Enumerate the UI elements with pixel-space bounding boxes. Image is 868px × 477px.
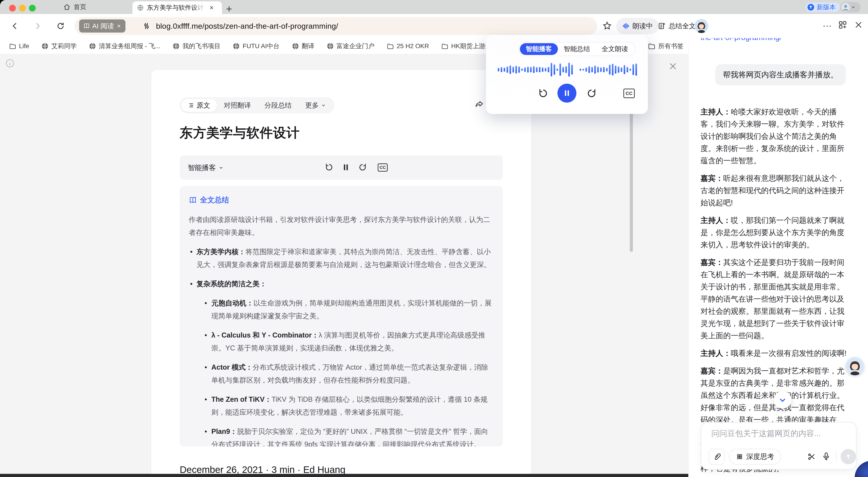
summarize-button[interactable]: 总结全文 [658,18,696,34]
transcript-paragraph: 主持人：哈喽大家好欢迎收听，今天的播客，我们今天来聊一聊。东方美学，对软件设计的… [701,106,851,167]
folder-icon [387,42,394,50]
ai-read-label: AI 阅读 [92,22,114,31]
globe-icon [292,42,299,50]
reading-aloud-pill[interactable]: 朗读中 [616,18,659,34]
scissors-icon[interactable] [807,452,816,461]
summary-subbullet: 元胞自动机：以生命游戏为例，简单规则却能构造通用图灵机，实现计算机能做的一切，展… [189,297,494,322]
tab-active[interactable]: 东方美学与软件设计 | Ra [132,1,222,14]
ai-read-chip[interactable]: AI 阅读 [79,20,125,33]
transcript-paragraph: 主持人：哦看来是一次很有启发性的阅读啊! [701,347,851,359]
bookmark-item[interactable]: Life [9,42,29,50]
url-text[interactable]: blog.0xffff.me/posts/zen-and-the-art-of-… [156,22,338,31]
info-icon[interactable] [5,58,15,68]
forward-button[interactable] [33,22,42,31]
refresh-icon[interactable] [358,162,367,172]
bookmark-item[interactable]: 艾莉同学 [41,42,76,51]
reader-close-icon[interactable] [668,61,678,71]
floating-logo-bubble[interactable] [855,461,868,477]
captions-button[interactable]: CC [623,89,635,98]
summary-subbullet: The Zen of TiKV：TiKV 为 TiDB 存储层核心，以类似细胞分… [189,393,494,419]
summary-subbullet: Plan9：脱胎于贝尔实验室，定位为 “更好的” UNIX，严格贯彻 “一切皆是… [189,425,494,446]
tab-section-summary[interactable]: 分段总结 [258,99,298,112]
bookmark-item[interactable]: 清算业务组周报 - 飞... [89,42,160,51]
bookmark-star-icon[interactable] [602,21,612,31]
scroll-to-bottom-button[interactable] [774,391,792,409]
summarize-label: 总结全文 [669,22,696,31]
article-card: 原文 对照翻译 分段总结 更多 东方美学与软件设计 智能播客 [151,70,531,477]
url-bar[interactable]: AI 阅读 blog.0xffff.me/posts/zen-and-the-a… [74,17,597,35]
deep-think-button[interactable]: 深度思考 [729,449,781,465]
bookmark-item[interactable]: 我的飞书项目 [173,42,220,51]
close-panel-icon[interactable] [854,20,863,29]
globe-icon [173,42,180,50]
globe-icon [232,42,240,50]
globe-icon [327,42,334,50]
workspace-grid-icon[interactable] [838,20,848,30]
tab-translation[interactable]: 对照翻译 [217,99,258,112]
back-button[interactable] [10,22,20,31]
profile-chip[interactable] [840,2,861,12]
chevron-down-icon [219,165,223,170]
upgrade-icon [807,4,814,11]
attach-button[interactable] [709,449,724,465]
all-bookmarks-button[interactable]: 所有书签 [648,38,684,54]
assistant-avatar[interactable] [694,19,708,33]
divider [836,452,837,461]
ai-chat-sidebar: the-art-of-programming/ 帮我将网页内容生成播客并播放。 … [688,38,868,477]
bookmark-item[interactable]: 翻译 [292,42,314,51]
tab-close-icon[interactable] [209,5,214,10]
waveform-icon [622,22,630,30]
captions-icon[interactable]: CC [378,163,388,172]
summary-subbullet: Actor 模式：分布式系统设计模式，万物皆 Actor，通过简单统一范式表达复… [189,361,494,387]
tab-title-fade [193,3,206,13]
share-icon[interactable] [474,99,485,109]
player-mode-select[interactable]: 智能播客 [188,163,223,173]
article-meta: December 26, 2021 · 3 min · Ed Huang [180,464,345,475]
chevron-down-icon [778,396,786,404]
restart-icon[interactable] [537,88,549,99]
pause-icon[interactable] [341,162,350,172]
chat-input-card: 深度思考 [701,422,857,470]
summary-subbullet: λ - Calculus 和 Y - Combinator：λ 演算与图灵机等价… [189,329,494,355]
chat-input[interactable] [711,429,847,438]
traffic-zoom-button[interactable] [29,5,36,11]
window-bottom-edge [0,474,688,477]
ai-read-close-icon[interactable] [116,24,121,28]
popup-tab-readaloud[interactable]: 全文朗读 [596,43,634,55]
traffic-minimize-button[interactable] [19,5,26,11]
home-icon [63,3,70,11]
bookmark-item[interactable]: 25 H2 OKR [387,42,429,50]
book-summary-icon [189,196,197,204]
transcript-paragraph: 嘉宾：其实这个还是要归功于我前一段时间在飞机上看的一本书啊。就是原研哉的一本关于… [701,256,851,342]
bookmark-item[interactable]: 富途企业门户 [327,42,375,51]
tab-original[interactable]: 原文 [181,99,217,112]
tab-strip: 首页 东方美学与软件设计 | Ra + 新版本 [0,0,868,14]
traffic-close-button[interactable] [9,5,16,11]
new-tab-button[interactable]: + [226,3,232,15]
new-version-label: 新版本 [817,3,836,11]
reload-button[interactable] [56,22,65,31]
podcast-host-avatar[interactable] [846,357,864,375]
page-link[interactable]: the-art-of-programming/ [701,38,782,42]
book-icon [83,23,90,29]
reading-aloud-label: 朗读中 [632,22,653,31]
bookmark-item[interactable]: FUTU AI中台 [232,42,279,51]
article-title: 东方美学与软件设计 [180,124,300,142]
new-version-button[interactable]: 新版本 [805,2,840,12]
more-menu-button[interactable]: … [822,18,832,29]
popup-tab-summary[interactable]: 智能总结 [558,43,596,55]
tab-home[interactable]: 首页 [63,0,86,14]
summary-bullet: 东方美学内核：将范围限定于禅宗和道家审美，其特点为崇尚简洁、无攻击性、平静含蓄、… [189,245,494,271]
restart-icon[interactable] [324,162,334,172]
transcript-paragraph: 主持人：哎，那我们第一个问题就来了啊就是，你是怎么想到要从这个东方美学的角度来切… [701,214,851,251]
pause-button[interactable] [557,84,577,102]
microphone-icon[interactable] [822,452,831,461]
popup-tab-podcast[interactable]: 智能播客 [520,43,558,55]
refresh-icon[interactable] [586,88,597,99]
tab-more[interactable]: 更多 [298,99,333,112]
tune-icon[interactable] [143,22,151,30]
send-button[interactable] [841,449,856,464]
podcast-controls: CC [486,83,648,108]
podcast-waveform [497,61,638,78]
article-lines-icon [188,102,194,109]
